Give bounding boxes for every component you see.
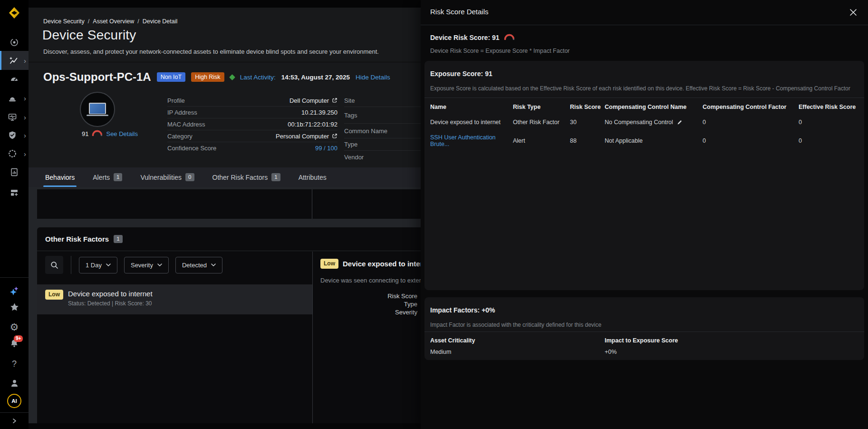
sidebar-item-alerts[interactable]: ›	[0, 88, 29, 107]
column-header: Impact to Exposure Score	[605, 337, 859, 344]
bell-icon: 9+	[10, 339, 19, 348]
field-row-confidence: Confidence Score 99 / 100	[167, 142, 338, 154]
column-header: Compensating Control Factor	[703, 104, 799, 110]
panel-title: Risk Score Details	[430, 8, 489, 16]
external-link-icon[interactable]	[332, 98, 338, 103]
mac-address-value: 00:1b:71:22:01:92	[288, 121, 338, 128]
tab-other-risk-factors[interactable]: Other Risk Factors1	[212, 167, 280, 187]
sidebar-item-help[interactable]: ?	[0, 354, 29, 373]
last-activity-label: Last Activity:	[240, 74, 276, 81]
tab-attributes[interactable]: Attributes	[299, 167, 327, 187]
category-value[interactable]: Personal Computer	[276, 133, 329, 140]
breadcrumb-device-security[interactable]: Device Security	[43, 18, 85, 25]
detail-label-risk-score: Risk Score	[320, 292, 417, 300]
report-icon	[10, 167, 19, 177]
control-name: Not Applicable	[605, 137, 703, 144]
sidebar-item-notifications[interactable]: 9+	[0, 334, 29, 353]
field-label: Confidence Score	[167, 145, 216, 152]
search-button[interactable]	[45, 256, 63, 274]
impact-table-header: Asset Criticality Impact to Exposure Sco…	[430, 337, 859, 344]
user-icon	[10, 378, 19, 388]
impact-factors-title: Impact Factors: +0%	[430, 306, 495, 314]
field-label: Tags	[344, 112, 357, 119]
tab-count-badge: 1	[114, 173, 122, 182]
gauge-icon	[10, 74, 19, 84]
sidebar-item-dashboards[interactable]	[0, 69, 29, 88]
sidebar-item-monitoring[interactable]: ›	[0, 107, 29, 127]
question-mark-icon: ?	[12, 359, 17, 369]
table-row: SSH User Authentication Brute... Alert 8…	[430, 134, 859, 147]
column-header: Asset Criticality	[430, 337, 605, 344]
field-label: Profile	[167, 97, 185, 104]
impact-value: +0%	[605, 349, 859, 355]
status-dropdown[interactable]: Detected	[175, 257, 222, 273]
tab-vulnerabilities[interactable]: Vulnerabilities0	[140, 167, 194, 187]
control-name: No Compensating Control	[605, 119, 673, 126]
chevron-right-icon: ›	[24, 114, 26, 121]
risk-name: Device exposed to internet	[430, 119, 513, 126]
table-row: Medium +0%	[430, 349, 859, 355]
siren-icon	[8, 93, 17, 103]
control-factor: 0	[703, 137, 799, 144]
sidebar-item-user[interactable]	[0, 373, 29, 392]
app-logo[interactable]	[0, 3, 29, 22]
sidebar-item-discover[interactable]	[0, 33, 29, 52]
divider	[424, 332, 864, 332]
time-range-dropdown[interactable]: 1 Day	[79, 257, 117, 273]
sidebar-item-favorites[interactable]	[0, 297, 29, 316]
sidebar-item-ai-profile[interactable]: AI	[0, 391, 29, 410]
logo-icon	[6, 5, 22, 21]
risk-name-link[interactable]: SSH User Authentication Brute...	[430, 134, 513, 147]
breadcrumb-asset-overview[interactable]: Asset Overview	[93, 18, 134, 25]
detail-field-labels: Risk Score Type Severity	[320, 292, 417, 316]
breadcrumb-device-detail[interactable]: Device Detail	[143, 18, 178, 25]
risk-gauge-icon	[92, 130, 103, 137]
last-activity-value: 14:53, August 27, 2025	[281, 74, 350, 81]
sidebar-item-integrations[interactable]: ›	[0, 144, 29, 163]
panel-divider	[312, 189, 312, 219]
confidence-score-value[interactable]: 99 / 100	[315, 145, 338, 152]
sidebar-item-device-security[interactable]: ›	[0, 51, 29, 70]
control-factor: 0	[703, 119, 799, 126]
risk-score-details-panel: Risk Score Details Device Risk Score: 91…	[421, 0, 868, 429]
column-header: Risk Type	[513, 104, 570, 110]
online-status-icon	[229, 74, 235, 80]
edit-pencil-icon[interactable]	[677, 119, 683, 125]
table-row: Device exposed to internet Other Risk Fa…	[430, 119, 859, 126]
section-title: Other Risk Factors	[45, 235, 109, 243]
filter-separator	[71, 256, 71, 274]
sidebar-collapse-button[interactable]	[0, 414, 29, 428]
severity-badge: Low	[320, 259, 338, 269]
risk-factor-list-item[interactable]: Low Device exposed to internet Status: D…	[37, 284, 312, 314]
severity-badge: Low	[45, 290, 63, 300]
chevron-right-icon: ›	[24, 132, 26, 139]
device-risk-score-value: 91	[82, 130, 88, 137]
close-button[interactable]	[848, 7, 858, 18]
sidebar-item-workspace[interactable]	[0, 183, 29, 202]
detail-description: Device was seen connecting to external	[320, 277, 429, 284]
tab-count-badge: 0	[185, 173, 194, 182]
hide-details-link[interactable]: Hide Details	[356, 74, 390, 81]
sidebar-item-compliance[interactable]: ›	[0, 126, 29, 145]
risk-type: Other Risk Factor	[513, 119, 570, 126]
breadcrumb-separator: /	[88, 18, 89, 25]
chevron-down-icon	[211, 263, 216, 266]
sidebar-item-reports[interactable]	[0, 163, 29, 182]
panel-header: Risk Score Details	[421, 0, 868, 25]
see-details-link[interactable]: See Details	[106, 130, 137, 137]
exposure-score-title: Exposure Score: 91	[430, 70, 492, 78]
external-link-icon[interactable]	[332, 133, 338, 139]
severity-dropdown[interactable]: Severity	[124, 257, 169, 273]
chevron-right-icon: ›	[24, 57, 26, 64]
column-header: Risk Score	[570, 104, 605, 110]
tab-behaviors[interactable]: Behaviors	[45, 167, 75, 187]
chevron-down-icon	[157, 263, 162, 266]
tab-alerts[interactable]: Alerts1	[93, 167, 122, 187]
profile-value[interactable]: Dell Computer	[289, 97, 329, 104]
dashboard-plus-icon	[10, 188, 19, 197]
sidebar-divider	[0, 412, 29, 413]
field-row-profile: Profile Dell Computer	[167, 95, 338, 107]
sidebar-divider	[0, 277, 29, 278]
column-header: Compensating Control Name	[605, 104, 703, 110]
impact-factors-description: Impact Factor is associated with the cri…	[430, 322, 858, 328]
